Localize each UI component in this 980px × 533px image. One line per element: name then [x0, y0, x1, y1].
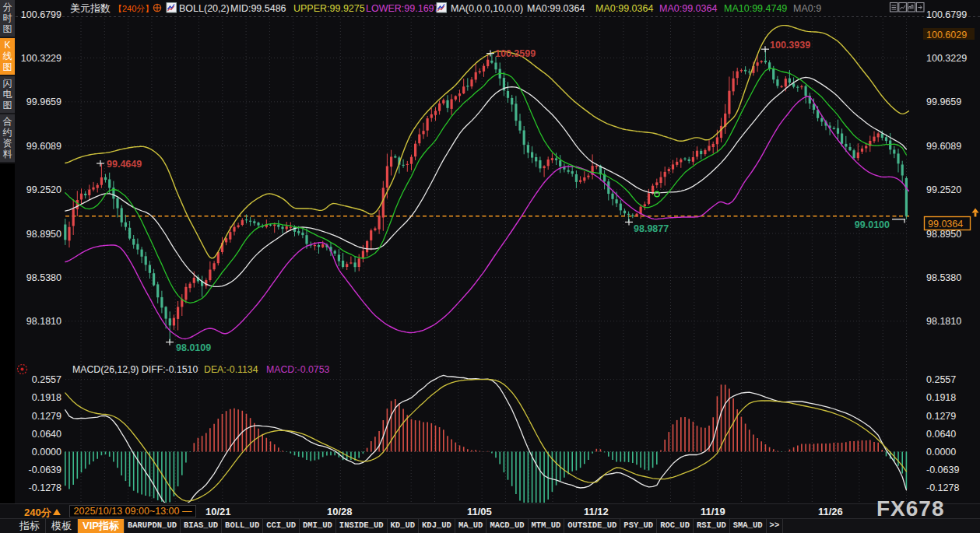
svg-text:99.4649: 99.4649	[107, 159, 142, 170]
svg-text:0.2557: 0.2557	[926, 374, 956, 385]
svg-text:100.6029: 100.6029	[926, 30, 967, 40]
svg-text:99.0364: 99.0364	[928, 219, 963, 230]
svg-text:100.3599: 100.3599	[495, 48, 536, 59]
svg-text:BOLL(20,2): BOLL(20,2)	[179, 3, 230, 14]
svg-text:UPPER:99.9275: UPPER:99.9275	[293, 3, 365, 14]
svg-text:MID:99.5486: MID:99.5486	[230, 3, 286, 14]
svg-text:99.0100: 99.0100	[855, 219, 890, 230]
svg-text:100.3939: 100.3939	[770, 40, 810, 51]
svg-text:0.0640: 0.0640	[32, 429, 61, 440]
svg-text:98.0109: 98.0109	[176, 342, 211, 353]
svg-text:-0.1278: -0.1278	[926, 482, 959, 493]
svg-text:美元指数: 美元指数	[70, 2, 111, 14]
svg-text:99.9659: 99.9659	[926, 96, 961, 107]
svg-text:100.3229: 100.3229	[21, 53, 61, 64]
svg-text:100.6799: 100.6799	[926, 9, 967, 20]
svg-text:MA10:99.4749: MA10:99.4749	[724, 3, 787, 14]
svg-text:98.9877: 98.9877	[634, 223, 669, 234]
svg-text:0.0000: 0.0000	[32, 447, 61, 458]
svg-text:0.1918: 0.1918	[32, 392, 61, 403]
svg-text:99.9659: 99.9659	[26, 96, 61, 107]
svg-text:100.3229: 100.3229	[926, 53, 967, 64]
svg-text:0.0640: 0.0640	[926, 429, 956, 440]
svg-text:99.2520: 99.2520	[26, 184, 61, 195]
svg-text:-0.0639: -0.0639	[926, 465, 959, 475]
svg-text:0.1279: 0.1279	[926, 411, 956, 422]
svg-text:99.6089: 99.6089	[926, 141, 961, 152]
svg-text:99.6089: 99.6089	[26, 141, 61, 152]
svg-text:MACD:-0.0753: MACD:-0.0753	[266, 364, 329, 375]
svg-text:98.1810: 98.1810	[926, 316, 961, 327]
svg-text:98.5380: 98.5380	[926, 272, 961, 283]
svg-text:【240分】: 【240分】	[114, 4, 153, 13]
svg-text:100.6799: 100.6799	[21, 9, 61, 20]
svg-text:MA0:9: MA0:9	[793, 3, 821, 14]
svg-text:98.1810: 98.1810	[26, 316, 61, 327]
svg-text:MA0:99.0364: MA0:99.0364	[595, 3, 653, 14]
svg-text:0.2557: 0.2557	[32, 374, 61, 385]
svg-text:99.2520: 99.2520	[926, 184, 961, 195]
svg-text:LOWER:99.1697: LOWER:99.1697	[366, 3, 440, 14]
svg-text:MACD(26,12,9) DIFF:-0.1510: MACD(26,12,9) DIFF:-0.1510	[72, 364, 198, 375]
svg-text:0.1918: 0.1918	[926, 392, 956, 403]
svg-text:MA0:99.0364: MA0:99.0364	[659, 3, 717, 14]
svg-text:0.1279: 0.1279	[32, 411, 61, 422]
svg-text:-0.1278: -0.1278	[29, 482, 61, 493]
svg-text:MA0:99.0364: MA0:99.0364	[527, 3, 585, 14]
svg-text:98.5380: 98.5380	[26, 272, 61, 283]
svg-text:MA(0,0,0,10,0,0): MA(0,0,0,10,0,0)	[451, 3, 523, 14]
svg-text:0.0000: 0.0000	[926, 447, 956, 458]
svg-text:98.8950: 98.8950	[26, 229, 61, 240]
svg-text:-0.0639: -0.0639	[29, 465, 61, 475]
svg-text:DEA:-0.1134: DEA:-0.1134	[204, 364, 258, 375]
